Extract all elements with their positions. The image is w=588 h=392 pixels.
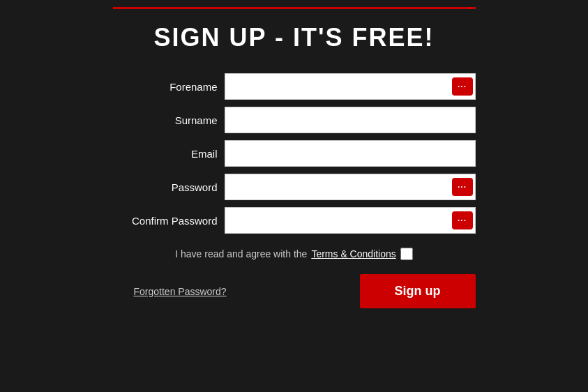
confirm-password-icon: ···: [452, 211, 473, 229]
forename-label: Forename: [113, 81, 218, 93]
page-container: SIGN UP - IT'S FREE! Forename ··· Surnam…: [0, 0, 588, 392]
surname-input[interactable]: [225, 107, 476, 133]
page-title: SIGN UP - IT'S FREE!: [154, 23, 435, 52]
top-border: [113, 7, 476, 9]
signup-button[interactable]: Sign up: [360, 274, 476, 308]
password-input[interactable]: [225, 174, 476, 200]
terms-link[interactable]: Terms & Conditions: [311, 248, 395, 259]
forename-input[interactable]: [225, 73, 476, 100]
forename-input-wrapper: ···: [225, 73, 476, 100]
terms-text: I have read and agree with the: [175, 248, 307, 259]
email-row: Email: [113, 140, 476, 167]
signup-form: Forename ··· Surname Email Password: [113, 73, 476, 234]
actions-row: Forgotten Password? Sign up: [113, 274, 476, 308]
surname-input-wrapper: [225, 107, 476, 133]
password-icon: ···: [452, 178, 473, 196]
password-row: Password ···: [113, 174, 476, 200]
confirm-password-row: Confirm Password ···: [113, 207, 476, 234]
forename-row: Forename ···: [113, 73, 476, 100]
confirm-password-input-wrapper: ···: [225, 207, 476, 234]
email-input[interactable]: [225, 140, 476, 167]
confirm-password-input[interactable]: [225, 207, 476, 234]
password-input-wrapper: ···: [225, 174, 476, 200]
forename-icon: ···: [452, 77, 473, 96]
confirm-password-label: Confirm Password: [113, 215, 218, 227]
surname-row: Surname: [113, 107, 476, 133]
email-input-wrapper: [225, 140, 476, 167]
forgotten-password-link[interactable]: Forgotten Password?: [134, 286, 227, 297]
terms-checkbox[interactable]: [400, 248, 413, 260]
email-label: Email: [113, 148, 218, 160]
surname-label: Surname: [113, 114, 218, 126]
terms-row: I have read and agree with the Terms & C…: [175, 248, 413, 260]
password-label: Password: [113, 181, 218, 193]
